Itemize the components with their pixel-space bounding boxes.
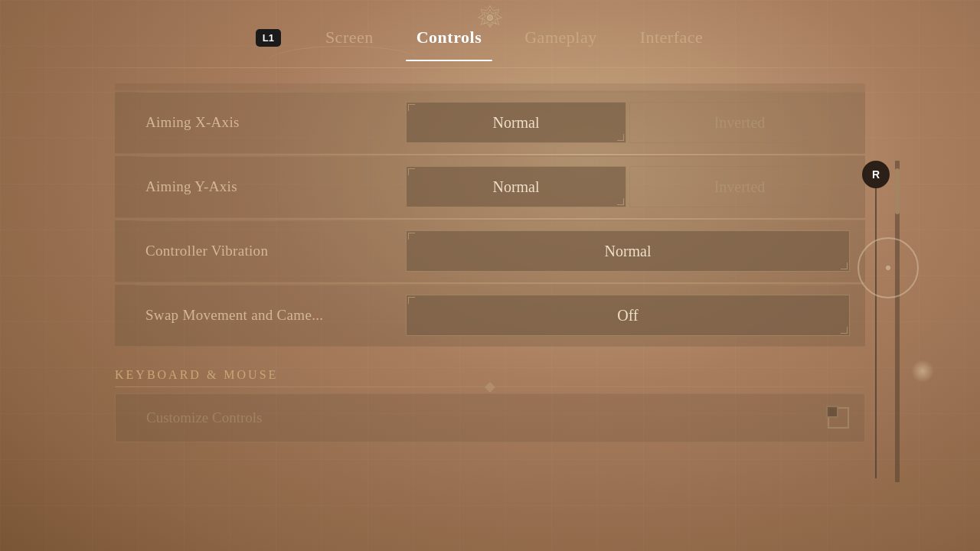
divider-diamond [485, 381, 495, 392]
main-content: L1 Screen Controls Gameplay Interface Ai… [0, 0, 980, 551]
tab-gameplay[interactable]: Gameplay [503, 20, 618, 55]
customize-controls-label: Customize Controls [146, 409, 828, 426]
aiming-y-axis-label: Aiming Y-Axis [115, 178, 406, 195]
l1-badge[interactable]: L1 [256, 29, 281, 47]
controller-vibration-row: Controller Vibration Normal [115, 220, 865, 282]
aiming-x-axis-controls: Normal Inverted [406, 102, 865, 143]
nav-curve-decoration [268, 46, 421, 77]
scrollbar-thumb[interactable] [895, 168, 900, 214]
aiming-x-axis-inverted-btn[interactable]: Inverted [629, 102, 850, 143]
settings-panel: Aiming X-Axis Normal Inverted Aiming Y-A… [115, 83, 865, 442]
customize-icon [828, 407, 849, 429]
swap-movement-label: Swap Movement and Came... [115, 307, 406, 324]
controller-vibration-label: Controller Vibration [115, 243, 406, 259]
swap-movement-off-btn[interactable]: Off [406, 295, 850, 336]
swap-movement-controls: Off [406, 295, 865, 336]
aiming-x-axis-normal-btn[interactable]: Normal [406, 102, 626, 143]
swap-movement-row: Swap Movement and Came... Off [115, 284, 865, 347]
keyboard-mouse-section: KEYBOARD & MOUSE [115, 368, 865, 387]
circle-indicator [858, 237, 919, 298]
aiming-y-axis-controls: Normal Inverted [406, 166, 865, 207]
scrollbar[interactable] [895, 161, 900, 482]
nav-divider [0, 67, 980, 68]
light-flare [911, 360, 934, 383]
circle-dot [886, 266, 890, 270]
nav-bar: L1 Screen Controls Gameplay Interface [0, 0, 980, 55]
controller-vibration-controls: Normal [406, 230, 865, 272]
top-row-strip [115, 83, 865, 91]
aiming-y-axis-row: Aiming Y-Axis Normal Inverted [115, 155, 865, 218]
r-button-indicator[interactable]: R [862, 161, 890, 188]
customize-controls-row[interactable]: Customize Controls [115, 393, 865, 442]
tab-interface[interactable]: Interface [619, 20, 725, 55]
section-divider [115, 386, 865, 387]
keyboard-mouse-title: KEYBOARD & MOUSE [115, 368, 865, 382]
aiming-y-axis-normal-btn[interactable]: Normal [406, 166, 626, 207]
aiming-x-axis-row: Aiming X-Axis Normal Inverted [115, 91, 865, 154]
aiming-y-axis-inverted-btn[interactable]: Inverted [629, 166, 850, 207]
scrollbar-track [875, 187, 877, 478]
tab-controls[interactable]: Controls [395, 20, 504, 55]
controller-vibration-normal-btn[interactable]: Normal [406, 230, 850, 272]
aiming-x-axis-label: Aiming X-Axis [115, 114, 406, 131]
